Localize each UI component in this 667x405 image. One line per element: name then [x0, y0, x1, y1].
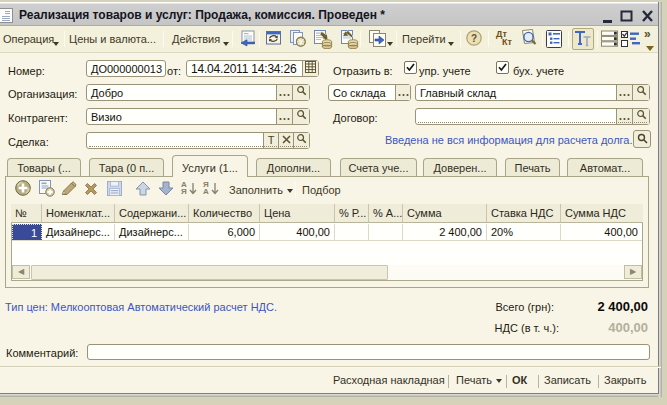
svg-text:?: ?	[471, 33, 477, 44]
